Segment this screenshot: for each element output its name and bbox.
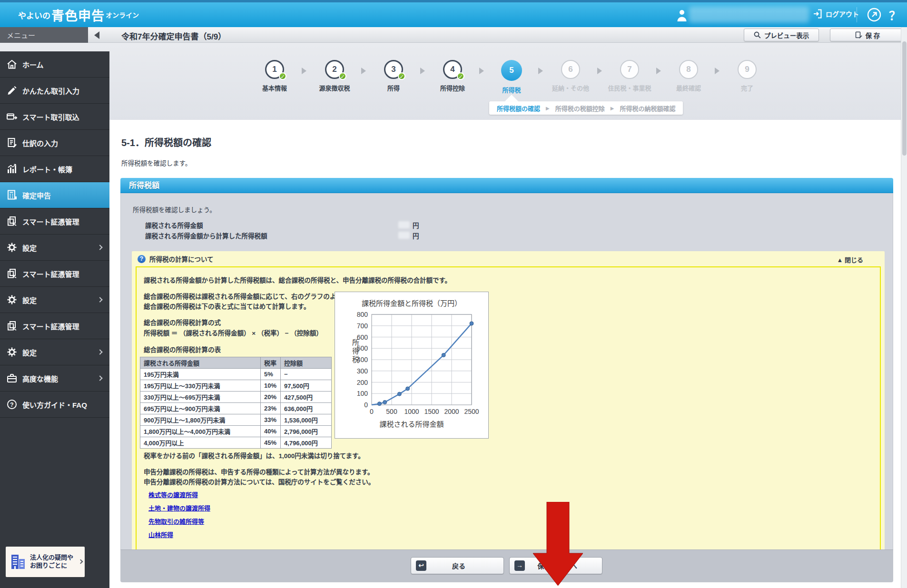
wizard-step-1[interactable]: 1 ✓ 基本情報	[245, 60, 304, 92]
save-document-icon	[855, 31, 862, 39]
scrollbar-thumb[interactable]	[902, 41, 907, 156]
user-name-redacted	[689, 7, 809, 23]
wizard-step-2[interactable]: 2 ✓ 源泉徴収税	[305, 60, 364, 92]
menu-section: メニュー	[0, 27, 88, 43]
step-arrow-icon	[420, 68, 425, 74]
preview-button[interactable]: プレビュー表示	[744, 29, 819, 41]
sidebar-item-label: 設定	[22, 295, 37, 305]
back-button[interactable]: ↩ 戻る	[411, 557, 504, 574]
help-box-title: 所得税の計算について	[149, 254, 214, 264]
sidebar-item-smart-evidence-2[interactable]: スマート証憑管理	[0, 261, 109, 287]
collapse-sidebar-icon[interactable]	[94, 31, 99, 39]
user-icon	[676, 9, 688, 22]
main-content: 5-1．所得税額の確認 所得税額を確認します。 所得税額 所得税額を確認しましょ…	[109, 120, 907, 588]
save-button[interactable]: 保 存	[830, 29, 905, 41]
sidebar-item-settings-3[interactable]: 設定	[0, 339, 109, 365]
substep-last: 所得税の納税額確認	[620, 104, 675, 113]
app-window: やよいの 青色申告 オンライン ログアウト ？ メニュー 令和7年分確定申告書（…	[0, 0, 907, 588]
sidebar-item-label: 使い方ガイド・FAQ	[22, 400, 87, 410]
close-help-link[interactable]: ▲ 閉じる	[837, 255, 863, 264]
tax-calculation-help-box: ? 所得税の計算について ▲ 閉じる 課税される所得金額から計算した所得税額は、…	[132, 251, 885, 558]
panel-title: 所得税額	[120, 178, 893, 193]
step-arrow-icon	[597, 68, 602, 74]
link-real-estate-gains[interactable]: 土地・建物の譲渡所得	[148, 503, 210, 512]
sidebar-item-settings-2[interactable]: 設定	[0, 287, 109, 313]
svg-text:500: 500	[357, 344, 368, 352]
step-circle: 9	[738, 60, 757, 79]
link-forestry-income[interactable]: 山林所得	[148, 530, 173, 539]
chart-x-axis-label: 課税される所得金額	[335, 419, 488, 429]
svg-text:200: 200	[357, 379, 368, 386]
step-arrow-icon	[538, 68, 543, 74]
link-stock-capital-gains[interactable]: 株式等の譲渡所得	[148, 490, 198, 499]
link-futures-income[interactable]: 先物取引の雑所得等	[148, 517, 204, 526]
wizard-step-3[interactable]: 3 ✓ 所得	[364, 60, 423, 92]
sidebar-item-label: スマート証憑管理	[22, 269, 79, 279]
step-circle: 6	[561, 60, 580, 79]
svg-text:400: 400	[357, 356, 368, 363]
back-button-label: 戻る	[426, 561, 491, 570]
promo-text: 法人化の疑問や お困りごとに	[30, 554, 73, 570]
wizard-step-7: 7 住民税・事業税	[600, 60, 659, 92]
substep-next: 所得税の税額控除	[555, 104, 605, 113]
wizard-step-9: 9 完了	[718, 60, 777, 92]
sidebar-item-reports[interactable]: レポート・帳簿	[0, 156, 109, 182]
sidebar-item-label: 仕訳の入力	[22, 138, 58, 148]
search-icon	[754, 31, 761, 39]
tax-bracket-table: 課税される所得金額 税率 控除額 195万円未満5%− 195万円以上～330万…	[140, 357, 332, 449]
page-scrollbar[interactable]	[901, 27, 907, 588]
step-label: 基本情報	[245, 83, 304, 92]
documents-icon	[6, 268, 18, 279]
sidebar-item-advanced[interactable]: 高度な機能	[0, 365, 109, 392]
sidebar-item-smart-import[interactable]: スマート取引取込	[0, 104, 109, 130]
sidebar-item-label: レポート・帳簿	[22, 164, 72, 174]
wizard-step-band: 1 ✓ 基本情報 2 ✓ 源泉徴収税 3 ✓ 所得 4 ✓ 所得控除 5 所得税…	[0, 43, 907, 120]
wizard-step-4[interactable]: 4 ✓ 所得控除	[423, 60, 482, 92]
logout-button[interactable]: ログアウト	[813, 9, 859, 19]
svg-text:500: 500	[386, 408, 397, 415]
tax-curve-chart: 課税所得金額と所得税（万円） 所得税 010020030040050060070…	[335, 292, 489, 439]
table-row: 4,000万円以上45%4,796,000円	[140, 437, 332, 449]
sidebar-item-smart-evidence-3[interactable]: スマート証憑管理	[0, 313, 109, 339]
rounding-note: 税率をかける前の「課税される所得金額」は、1,000円未満は切り捨てます。	[144, 451, 365, 460]
step-circle: 7	[620, 60, 639, 79]
help-box-content: 課税される所得金額から計算した所得税額は、総合課税の所得税と、申告分離課税の所得…	[136, 266, 881, 554]
chevron-right-icon	[97, 375, 102, 381]
menu-label: メニュー	[7, 30, 35, 40]
step-circle: 3 ✓	[384, 60, 403, 79]
wizard-step-8: 8 最終確認	[659, 60, 718, 92]
section-heading: 5-1．所得税額の確認	[121, 135, 211, 149]
col-header-deduction: 控除額	[281, 357, 332, 369]
step-label: 住民税・事業税	[600, 83, 659, 92]
step-arrow-icon	[479, 68, 484, 74]
svg-text:100: 100	[357, 390, 368, 397]
svg-text:700: 700	[357, 322, 368, 330]
step-arrow-icon	[656, 68, 661, 74]
panel-footer	[120, 549, 893, 582]
chevron-right-icon	[97, 349, 102, 354]
sidebar-item-easy-entry[interactable]: かんたん取引入力	[0, 78, 109, 104]
svg-text:?: ?	[10, 402, 13, 408]
step-circle: 2 ✓	[325, 60, 344, 79]
sidebar-item-settings-1[interactable]: 設定	[0, 235, 109, 261]
external-link-icon[interactable]	[867, 8, 881, 22]
section-lead: 所得税額を確認します。	[121, 158, 191, 167]
top-header-bar: やよいの 青色申告 オンライン ログアウト ？	[0, 0, 907, 27]
app-logo: やよいの 青色申告 オンライン	[18, 2, 139, 27]
step-arrow-icon	[715, 68, 720, 74]
sidebar-item-guide-faq[interactable]: ? 使い方ガイド・FAQ	[0, 392, 109, 418]
sidebar-item-smart-evidence-1[interactable]: スマート証憑管理	[0, 208, 109, 235]
table-header-row: 課税される所得金額 税率 控除額	[140, 357, 332, 369]
help-icon[interactable]: ？	[889, 6, 901, 23]
step-label: 所得控除	[423, 83, 482, 92]
sidebar-item-journal-entry[interactable]: 仕訳の入力	[0, 130, 109, 156]
step-circle: 1 ✓	[265, 60, 284, 79]
sidebar-item-home[interactable]: ホーム	[0, 51, 109, 78]
svg-text:2000: 2000	[444, 408, 459, 415]
computed-tax-value-redacted	[398, 232, 410, 239]
svg-text:800: 800	[357, 311, 368, 318]
wizard-step-5[interactable]: 5 所得税	[482, 60, 541, 94]
sidebar-item-tax-return[interactable]: 確定申告	[0, 182, 109, 208]
step-label: 延納・その他	[541, 83, 600, 92]
incorporation-promo-banner[interactable]: 法人化の疑問や お困りごとに	[6, 547, 85, 577]
